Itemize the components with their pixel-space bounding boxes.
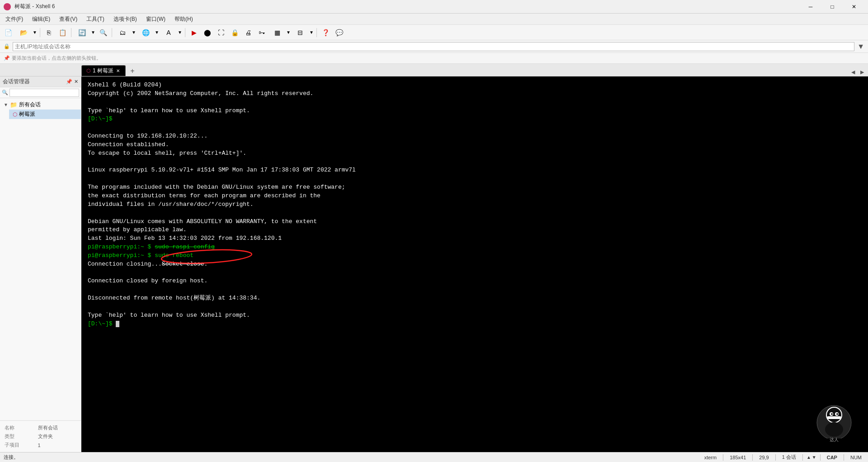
status-num: NUM bbox=[848, 455, 864, 460]
layout-button[interactable]: ▦ bbox=[269, 26, 285, 39]
type-label: 类型 bbox=[3, 432, 36, 441]
status-arrows: ▲ ▼ bbox=[807, 455, 816, 460]
svg-point-6 bbox=[835, 412, 839, 416]
tab-close-button[interactable]: ✕ bbox=[115, 68, 121, 73]
main-area: 会话管理器 📌 ✕ 🔍 ▼ 📁 所有会话 ⬡ 树莓派 bbox=[0, 76, 868, 452]
menu-bar: 文件(F) 编辑(E) 查看(V) 工具(T) 选项卡(B) 窗口(W) 帮助(… bbox=[0, 14, 868, 25]
terminal-line-22: Connection closing...Socket close. bbox=[88, 260, 862, 269]
fullscreen-button[interactable]: ⛶ bbox=[215, 26, 227, 39]
globe-button[interactable]: 🌐 bbox=[137, 26, 154, 39]
font-button[interactable]: A bbox=[160, 26, 177, 39]
font-dropdown[interactable]: ▼ bbox=[177, 26, 183, 39]
svg-point-8 bbox=[836, 413, 838, 415]
svg-point-10 bbox=[825, 422, 843, 437]
menu-tools[interactable]: 工具(T) bbox=[83, 14, 108, 24]
status-dimensions: 185x41 bbox=[727, 455, 749, 460]
tab-add-button[interactable]: + bbox=[127, 66, 137, 76]
open-dropdown[interactable]: ▼ bbox=[32, 26, 38, 39]
tab-nav: ◀ ▶ bbox=[849, 68, 868, 76]
minimize-button[interactable]: ─ bbox=[800, 0, 821, 14]
arrow-up-icon: ▲ bbox=[807, 455, 811, 460]
terminal-line-6 bbox=[88, 124, 862, 132]
sidebar-search-bar: 🔍 bbox=[0, 87, 81, 98]
connect-dropdown[interactable]: ▼ bbox=[90, 26, 96, 39]
terminal-line-25 bbox=[88, 286, 862, 294]
help-button[interactable]: ❓ bbox=[319, 26, 332, 39]
lock-button[interactable]: 🔒 bbox=[228, 26, 241, 39]
svg-point-7 bbox=[831, 413, 833, 415]
title-bar: 树莓派 - Xshell 6 ─ □ ✕ bbox=[0, 0, 868, 14]
terminal-line-28: Type `help' to learn how to use Xshell p… bbox=[88, 311, 862, 320]
sidebar-search-input[interactable] bbox=[9, 89, 79, 97]
layout-dropdown[interactable]: ▼ bbox=[286, 26, 291, 39]
sidebar: 会话管理器 📌 ✕ 🔍 ▼ 📁 所有会话 ⬡ 树莓派 bbox=[0, 76, 81, 452]
menu-help[interactable]: 帮助(H) bbox=[171, 14, 197, 24]
globe-dropdown[interactable]: ▼ bbox=[154, 26, 160, 39]
session-icon: ⬡ bbox=[13, 111, 17, 118]
menu-file[interactable]: 文件(F) bbox=[2, 14, 27, 24]
terminal-line-5: [D:\~]$ bbox=[88, 115, 862, 124]
type-value: 文件夹 bbox=[36, 432, 78, 441]
hint-bar: 📌 要添加当前会话，点击左侧的箭头按钮。 bbox=[0, 53, 868, 64]
open-button[interactable]: 📂 bbox=[15, 26, 32, 39]
session-mgr-button[interactable]: 🗂 bbox=[114, 26, 131, 39]
search-button[interactable]: 🔍 bbox=[97, 26, 109, 39]
status-sep-6 bbox=[844, 454, 844, 461]
copy-button[interactable]: ⎘ bbox=[42, 26, 55, 39]
menu-edit[interactable]: 编辑(E) bbox=[28, 14, 54, 24]
terminal-line-13: The programs included with the Debian GN… bbox=[88, 183, 862, 192]
print-button[interactable]: 🖨 bbox=[242, 26, 255, 39]
tab-label: 1 树莓派 bbox=[93, 67, 113, 75]
key-button[interactable]: 🗝 bbox=[255, 26, 268, 39]
all-sessions-label: 所有会话 bbox=[19, 101, 41, 109]
sidebar-pin-button[interactable]: 📌 bbox=[66, 79, 72, 85]
terminal-line-1: Xshell 6 (Build 0204) bbox=[88, 81, 862, 90]
terminal-line-20: pi@raspberrypi:~ $ sudo raspi-config bbox=[88, 243, 862, 252]
new-session-button[interactable]: 📄 bbox=[2, 26, 14, 39]
terminal-line-9: To escape to local shell, press 'Ctrl+Al… bbox=[88, 149, 862, 158]
status-position: 29,9 bbox=[756, 455, 771, 460]
menu-view[interactable]: 查看(V) bbox=[56, 14, 81, 24]
paste-button[interactable]: 📋 bbox=[56, 26, 69, 39]
expand-icon: ▼ bbox=[4, 102, 8, 107]
tab-bar: ⬡ 1 树莓派 ✕ + ◀ ▶ bbox=[0, 64, 868, 76]
address-dropdown[interactable]: ▼ bbox=[857, 43, 864, 51]
tab-raspberrypi[interactable]: ⬡ 1 树莓派 ✕ bbox=[81, 65, 126, 76]
terminal-line-17: Debian GNU/Linux comes with ABSOLUTELY N… bbox=[88, 218, 862, 226]
tree-raspberrypi[interactable]: ⬡ 树莓派 bbox=[9, 110, 81, 119]
terminal-line-18: permitted by applicable law. bbox=[88, 226, 862, 234]
split-button[interactable]: ⊟ bbox=[292, 26, 308, 39]
menu-tabs[interactable]: 选项卡(B) bbox=[110, 14, 141, 24]
terminal-line-19: Last login: Sun Feb 13 14:32:03 2022 fro… bbox=[88, 234, 862, 243]
session-tree: ▼ 📁 所有会话 ⬡ 树莓派 bbox=[0, 98, 81, 420]
status-sep-3 bbox=[775, 454, 776, 461]
split-dropdown[interactable]: ▼ bbox=[309, 26, 314, 39]
terminal-line-16 bbox=[88, 209, 862, 218]
status-cap: CAP bbox=[824, 455, 840, 460]
close-button[interactable]: ✕ bbox=[844, 0, 864, 14]
sidebar-close-button[interactable]: ✕ bbox=[74, 79, 78, 85]
separator-2 bbox=[71, 28, 71, 37]
address-input[interactable] bbox=[13, 42, 854, 51]
tab-prev-button[interactable]: ◀ bbox=[849, 68, 857, 76]
terminal-line-12 bbox=[88, 175, 862, 183]
status-sep-2 bbox=[752, 454, 753, 461]
terminal-line-7: Connecting to 192.168.120.10:22... bbox=[88, 132, 862, 141]
session-dropdown[interactable]: ▼ bbox=[131, 26, 137, 39]
toolbar: 📄 📂 ▼ ⎘ 📋 🔄 ▼ 🔍 🗂 ▼ 🌐 ▼ A ▼ ▶ ⬤ ⛶ 🔒 🖨 🗝 … bbox=[0, 25, 868, 40]
maximize-button[interactable]: □ bbox=[822, 0, 843, 14]
terminal-line-21: pi@raspberrypi:~ $ sudo reboot bbox=[88, 252, 193, 260]
connect-button[interactable]: 🔄 bbox=[74, 26, 90, 39]
terminal-line-23 bbox=[88, 269, 862, 277]
arrow-down-icon: ▼ bbox=[812, 455, 816, 460]
tree-all-sessions[interactable]: ▼ 📁 所有会话 bbox=[0, 100, 81, 110]
sidebar-header: 会话管理器 📌 ✕ bbox=[0, 76, 81, 87]
sub-value: 1 bbox=[36, 441, 78, 449]
start-button[interactable]: ▶ bbox=[188, 26, 200, 39]
tab-next-button[interactable]: ▶ bbox=[858, 68, 866, 76]
chat-button[interactable]: 💬 bbox=[333, 26, 345, 39]
terminal[interactable]: Xshell 6 (Build 0204) Copyright (c) 2002… bbox=[81, 76, 868, 452]
menu-window[interactable]: 窗口(W) bbox=[142, 14, 169, 24]
record-button[interactable]: ⬤ bbox=[201, 26, 214, 39]
tab-session-icon: ⬡ bbox=[86, 68, 91, 74]
